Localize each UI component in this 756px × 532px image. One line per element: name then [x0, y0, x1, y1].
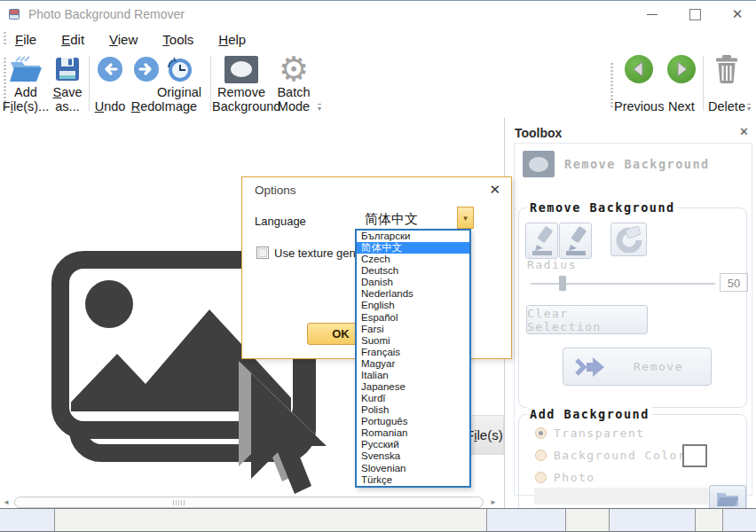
- mark-remove-pen-button[interactable]: [559, 223, 592, 259]
- background-color-swatch[interactable]: [682, 444, 707, 467]
- radius-value[interactable]: 50: [720, 273, 748, 292]
- language-option[interactable]: Français: [357, 347, 469, 358]
- undo-button[interactable]: Undo: [91, 52, 129, 116]
- batch-mode-button[interactable]: ⚙ Batch Mode: [272, 52, 316, 116]
- statusbar: [0, 508, 756, 532]
- toolbar-separator: [703, 56, 704, 111]
- history-clock-icon: [165, 55, 193, 83]
- app-icon: [7, 7, 21, 21]
- open-folder-icon: [8, 55, 43, 83]
- scroll-left-icon[interactable]: ◄: [3, 498, 10, 506]
- language-option[interactable]: Português: [357, 416, 469, 427]
- toolbar-overflow-icon[interactable]: ▾: [318, 104, 321, 113]
- menu-edit[interactable]: Edit: [59, 30, 87, 49]
- previous-icon: [625, 55, 653, 83]
- language-option[interactable]: Farsi: [357, 324, 469, 335]
- radio-transparent[interactable]: [535, 427, 547, 439]
- save-as-button[interactable]: Save as...: [50, 52, 85, 116]
- delete-button[interactable]: Delete: [706, 52, 747, 116]
- scroll-right-icon[interactable]: ►: [490, 498, 497, 506]
- language-option[interactable]: English: [357, 300, 469, 311]
- statusbar-cell: [0, 509, 55, 531]
- toolbox-title: Toolbox: [515, 126, 562, 140]
- menu-help[interactable]: Help: [216, 30, 248, 49]
- statusbar-cell: [696, 509, 723, 531]
- statusbar-cell: [610, 509, 696, 531]
- statusbar-cell: [566, 509, 610, 531]
- remove-arrow-icon: [574, 356, 606, 379]
- photo-path-input[interactable]: [534, 488, 708, 505]
- toolbar-separator: [89, 56, 90, 111]
- language-option[interactable]: Kurdî: [357, 393, 469, 404]
- language-option[interactable]: Czech: [357, 254, 469, 265]
- menu-file[interactable]: File: [12, 30, 39, 49]
- window-title: Photo Background Remover: [28, 7, 185, 21]
- language-option[interactable]: Deutsch: [357, 265, 469, 277]
- remove-button[interactable]: Remove: [563, 348, 712, 386]
- language-option[interactable]: Polish: [357, 404, 469, 416]
- remove-background-button[interactable]: Remove Background: [212, 52, 271, 116]
- radius-slider-thumb[interactable]: [559, 276, 566, 291]
- radio-background-color[interactable]: [535, 450, 547, 461]
- dialog-close-icon[interactable]: ✕: [489, 182, 500, 198]
- language-combo-dropdown-button[interactable]: ▾: [457, 207, 474, 229]
- language-combo-value[interactable]: 简体中文: [365, 211, 418, 228]
- dialog-title: Options: [255, 184, 296, 197]
- toolbox-panel: Toolbox ✕ Remove Background Remove Backg…: [504, 118, 756, 508]
- add-files-button[interactable]: Add File(s)...: [2, 52, 50, 116]
- pen-icon: [563, 226, 589, 256]
- maximize-button[interactable]: [674, 1, 715, 27]
- menubar-grip[interactable]: [4, 32, 6, 46]
- original-image-button[interactable]: Original Image: [156, 52, 202, 116]
- next-button[interactable]: Next: [664, 52, 699, 116]
- language-option[interactable]: Romanian: [357, 427, 469, 439]
- language-option[interactable]: 简体中文: [357, 242, 469, 254]
- language-label: Language: [255, 215, 306, 228]
- undo-icon: [97, 56, 123, 82]
- statusbar-cell: [487, 509, 566, 531]
- language-option[interactable]: Español: [357, 312, 469, 324]
- statusbar-cell: [723, 509, 756, 531]
- eraser-icon: [615, 226, 643, 253]
- remove-background-group: Remove Background: [518, 207, 747, 408]
- scrollbar-thumb[interactable]: [14, 497, 484, 508]
- language-option[interactable]: Русский: [357, 439, 469, 450]
- radio-transparent-label: Transparent: [554, 426, 645, 440]
- toolbar-separator: [210, 56, 211, 111]
- language-option[interactable]: Italian: [357, 370, 469, 381]
- language-option[interactable]: Suomi: [357, 335, 469, 347]
- language-option[interactable]: Nederlands: [357, 288, 469, 300]
- remove-background-icon: [224, 56, 258, 83]
- close-button[interactable]: ✕: [717, 1, 756, 27]
- toolbar-overflow-icon[interactable]: ▾: [747, 104, 751, 113]
- language-option[interactable]: Svenska: [357, 450, 469, 462]
- language-option[interactable]: Slovenian: [357, 463, 469, 474]
- gear-icon: ⚙: [279, 52, 309, 86]
- language-option[interactable]: Magyar: [357, 358, 469, 370]
- radius-slider[interactable]: [531, 283, 715, 285]
- statusbar-cell: [55, 509, 487, 531]
- remove-background-mode-icon: [523, 151, 555, 177]
- menu-view[interactable]: View: [106, 30, 140, 49]
- radio-photo[interactable]: [535, 472, 547, 483]
- folder-icon: [716, 489, 739, 507]
- toolbox-close-icon[interactable]: ✕: [739, 125, 749, 138]
- maximize-icon: [689, 9, 701, 20]
- use-texture-checkbox[interactable]: [256, 246, 269, 259]
- toolbar: Add File(s)... Save as... Undo: [0, 51, 756, 119]
- language-option[interactable]: Български: [357, 231, 469, 242]
- language-option[interactable]: Danish: [357, 277, 469, 288]
- eraser-button[interactable]: [610, 223, 647, 256]
- mark-keep-pen-button[interactable]: [525, 223, 558, 259]
- toolbar-grip[interactable]: [610, 63, 613, 109]
- radio-photo-label: Photo: [554, 471, 595, 484]
- minimize-button[interactable]: [632, 1, 673, 27]
- pen-icon: [529, 226, 555, 256]
- minimize-icon: [647, 14, 658, 15]
- menu-tools[interactable]: Tools: [160, 30, 196, 49]
- add-background-group: Add Background Transparent Background Co…: [518, 414, 747, 519]
- clear-selection-button[interactable]: Clear Selection: [526, 305, 648, 334]
- language-option[interactable]: Japanese: [357, 381, 469, 393]
- language-option[interactable]: Türkçe: [357, 474, 469, 486]
- previous-button[interactable]: Previous: [614, 52, 664, 116]
